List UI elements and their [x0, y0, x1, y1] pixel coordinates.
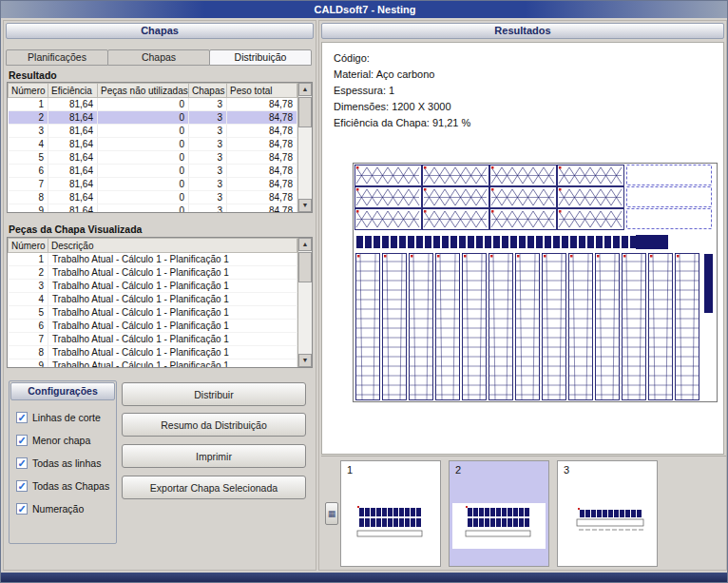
column-header-eficiencia[interactable]: Eficiência	[48, 84, 98, 98]
cell: 3	[189, 151, 227, 165]
table-row[interactable]: 281,640384,78	[9, 111, 297, 125]
cell: 9	[9, 360, 48, 368]
cell: Trabalho Atual - Cálculo 1 - Planificaçã…	[48, 333, 297, 346]
config-option-menor-chapa[interactable]: ✓Menor chapa	[16, 435, 116, 446]
table-row[interactable]: 581,640384,78	[9, 151, 297, 165]
column-header-descricao[interactable]: Descrição	[48, 239, 297, 253]
info-line: Código:	[334, 52, 723, 68]
chapas-panel: Chapas PlanificaçõesChapasDistribuição R…	[3, 20, 316, 571]
table-row[interactable]: 181,640384,78	[9, 98, 297, 111]
pecas-scrollbar[interactable]: ▲ ▼	[297, 238, 312, 367]
tab-chapas[interactable]: Chapas	[107, 49, 210, 66]
config-option-todas-as-linhas[interactable]: ✓Todas as linhas	[16, 457, 116, 469]
table-row[interactable]: 6Trabalho Atual - Cálculo 1 - Planificaç…	[9, 320, 297, 333]
table-row[interactable]: 381,640384,78	[9, 125, 297, 138]
cell: 0	[98, 151, 189, 165]
config-options: ✓Linhas de corte✓Menor chapa✓Todas as li…	[10, 412, 116, 515]
resultado-header-row: NúmeroEficiênciaPeças não utilizadasChap…	[9, 84, 297, 98]
config-option-label: Linhas de corte	[32, 412, 101, 423]
column-header-numero[interactable]: Número	[9, 239, 48, 253]
checkbox-icon[interactable]: ✓	[16, 412, 28, 423]
table-row[interactable]: 9Trabalho Atual - Cálculo 1 - Planificaç…	[9, 360, 297, 368]
table-row[interactable]: 8Trabalho Atual - Cálculo 1 - Planificaç…	[9, 346, 297, 360]
cell: Trabalho Atual - Cálculo 1 - Planificaçã…	[48, 360, 297, 368]
column-header-peso-total[interactable]: Peso total	[227, 84, 297, 98]
cell: 3	[189, 165, 227, 178]
cell: 6	[9, 320, 48, 333]
window-title: CALDsoft7 - Nesting	[315, 4, 416, 15]
cell: 7	[9, 333, 48, 346]
cell: Trabalho Atual - Cálculo 1 - Planificaçã…	[48, 253, 297, 266]
tab-planificacoes[interactable]: Planificações	[6, 49, 108, 66]
resumo-da-distribuicao-button[interactable]: Resumo da Distribuição	[122, 413, 306, 437]
cell: Trabalho Atual - Cálculo 1 - Planificaçã…	[48, 266, 297, 280]
column-header-chapas[interactable]: Chapas	[189, 84, 227, 98]
cell: 81,64	[48, 151, 98, 165]
cell: 0	[98, 178, 189, 191]
config-option-numeracao[interactable]: ✓Numeração	[16, 503, 116, 515]
cell: Trabalho Atual - Cálculo 1 - Planificaçã…	[48, 320, 297, 333]
table-row[interactable]: 5Trabalho Atual - Cálculo 1 - Planificaç…	[9, 306, 297, 320]
thumbnail-panel-button[interactable]: ▦	[325, 502, 338, 525]
table-row[interactable]: 7Trabalho Atual - Cálculo 1 - Planificaç…	[9, 333, 297, 346]
cell: 0	[98, 98, 189, 111]
checkbox-icon[interactable]: ✓	[16, 435, 28, 446]
table-row[interactable]: 481,640384,78	[9, 138, 297, 151]
thumbnail-number: 1	[347, 464, 353, 476]
checkbox-icon[interactable]: ✓	[16, 503, 28, 515]
title-bar[interactable]: CALDsoft7 - Nesting	[1, 1, 728, 18]
checkbox-icon[interactable]: ✓	[16, 457, 28, 469]
thumbnail-2[interactable]: 2	[449, 460, 549, 567]
exportar-chapa-selecionada-button[interactable]: Exportar Chapa Selecionada	[122, 476, 306, 499]
table-row[interactable]: 781,640384,78	[9, 178, 297, 191]
scrollbar-track[interactable]	[298, 282, 312, 354]
cell: 84,78	[227, 204, 297, 213]
cell: 6	[9, 165, 48, 178]
table-row[interactable]: 3Trabalho Atual - Cálculo 1 - Planificaç…	[9, 280, 297, 293]
table-row[interactable]: 1Trabalho Atual - Cálculo 1 - Planificaç…	[9, 253, 297, 266]
cell: 84,78	[227, 138, 297, 151]
scrollbar-track[interactable]	[298, 127, 312, 199]
distribuir-button[interactable]: Distribuir	[122, 382, 306, 406]
config-option-label: Todas as linhas	[32, 457, 101, 469]
cell: 2	[9, 111, 48, 125]
cell: 3	[189, 138, 227, 151]
resultado-label: Resultado	[9, 69, 57, 81]
configuracoes-box: Configurações ✓Linhas de corte✓Menor cha…	[9, 380, 117, 544]
table-row[interactable]: 681,640384,78	[9, 165, 297, 178]
column-header-pecas-nao-utilizadas[interactable]: Peças não utilizadas	[98, 84, 189, 98]
resultado-scrollbar[interactable]: ▲ ▼	[297, 83, 312, 212]
scrollbar-thumb[interactable]	[298, 97, 312, 127]
scroll-down-icon[interactable]: ▼	[298, 354, 312, 367]
cell: 0	[98, 125, 189, 138]
cell: 81,64	[48, 165, 98, 178]
table-row[interactable]: 2Trabalho Atual - Cálculo 1 - Planificaç…	[9, 266, 297, 280]
table-row[interactable]: 981,640384,78	[9, 204, 297, 213]
imprimir-button[interactable]: Imprimir	[122, 444, 306, 468]
table-row[interactable]: 881,640384,78	[9, 191, 297, 204]
scroll-up-icon[interactable]: ▲	[298, 83, 312, 96]
cell: 1	[9, 253, 48, 266]
config-option-todas-as-chapas[interactable]: ✓Todas as Chapas	[16, 480, 116, 492]
cell: 8	[9, 191, 48, 204]
cell: Trabalho Atual - Cálculo 1 - Planificaçã…	[48, 293, 297, 306]
config-option-linhas-de-corte[interactable]: ✓Linhas de corte	[16, 412, 116, 423]
table-row[interactable]: 4Trabalho Atual - Cálculo 1 - Planificaç…	[9, 293, 297, 306]
scroll-up-icon[interactable]: ▲	[298, 238, 312, 251]
cell: 9	[9, 204, 48, 213]
app-window: CALDsoft7 - Nesting Chapas Planificações…	[0, 0, 728, 583]
scroll-down-icon[interactable]: ▼	[298, 199, 312, 212]
thumbnail-1[interactable]: 1	[340, 460, 441, 567]
cell: Trabalho Atual - Cálculo 1 - Planificaçã…	[48, 346, 297, 360]
cell: 81,64	[48, 204, 98, 213]
column-header-numero[interactable]: Número	[9, 84, 48, 98]
checkbox-icon[interactable]: ✓	[16, 480, 28, 492]
tab-distribuicao[interactable]: Distribuição	[209, 49, 312, 66]
cell: 3	[189, 191, 227, 204]
cell: 3	[189, 178, 227, 191]
thumbnail-3[interactable]: 3	[557, 460, 658, 567]
scrollbar-thumb[interactable]	[298, 252, 312, 282]
cell: 3	[189, 204, 227, 213]
cell: 84,78	[227, 191, 297, 204]
cell: 81,64	[48, 111, 98, 125]
